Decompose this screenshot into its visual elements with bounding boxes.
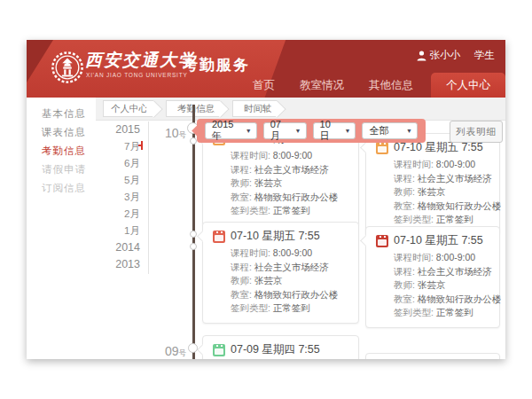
field-label: 签到类型: [231,302,273,313]
nav-item-personal-center[interactable]: 个人中心 [431,73,505,98]
attendance-card: 07-10 星期五 7:55 课程时间: 8:00-9:00课程: 社会主义市场… [365,133,500,235]
field-value: 社会主义市场经济 [254,262,329,272]
day-suffix: 号 [179,348,187,357]
field-label: 课程时间: [231,247,273,258]
nav-item-home[interactable]: 首页 [240,73,287,98]
card-field: 教室: 格物致知行政办公楼 [213,191,350,205]
chevron-down-icon: ▼ [246,128,252,134]
category-select-value: 全部 [369,124,388,137]
month-select[interactable]: 07月 ▼ [263,122,307,139]
timeline-nav-5月[interactable]: 5月 [101,174,140,187]
app-header: 西安交通大学 XI'AN JIAO TONG UNIVERSITY 考勤服务 张… [27,40,505,98]
card-field: 签到类型: 正常签到 [376,213,491,227]
field-label: 教室: [394,200,418,211]
field-label: 教室: [231,192,254,202]
field-value: 正常签到 [273,205,310,215]
person-icon [417,51,426,61]
user-info[interactable]: 张小小 学生 [417,49,496,62]
timeline-nav-1月[interactable]: 1月 [101,224,140,238]
field-value: 8:00-9:00 [436,159,475,169]
card-field: 课程时间: 8:00-9:00 [213,149,350,163]
calendar-icon [376,142,388,154]
field-label: 教室: [394,293,418,304]
sidebar-item-schedule-info[interactable]: 课表信息 [42,126,98,139]
card-field: 教师: 张芸京 [376,185,491,200]
current-month-marker [141,141,143,150]
field-value: 正常签到 [436,214,473,224]
field-label: 教师: [394,279,418,290]
nav-item-other-info[interactable]: 其他信息 [356,73,426,98]
field-value: 格物致知行政办公楼 [418,200,502,211]
day-select-value: 10日 [320,119,340,143]
university-name-cn: 西安交通大学 [85,49,197,72]
sidebar-item-leave-request[interactable]: 请假申请 [42,163,98,176]
sidebar-item-subscription-info[interactable]: 订阅信息 [42,182,98,195]
timeline-node [190,243,197,250]
field-value: 社会主义市场经济 [254,164,329,175]
university-logo-icon [51,51,84,84]
filter-bar: 2015年 ▼ 07月 ▼ 10日 ▼ 全部 ▼ [197,119,426,143]
calendar-icon [376,235,388,247]
field-value: 8:00-9:00 [273,150,312,160]
sidebar-item-basic-info[interactable]: 基本信息 [42,107,98,121]
chevron-down-icon: ▼ [295,128,301,134]
calendar-icon [213,231,225,243]
field-label: 教师: [394,186,418,197]
field-label: 课程: [231,262,254,272]
timeline-nav-6月[interactable]: 6月 [101,157,140,170]
card-field: 教师: 张芸京 [213,274,350,288]
chevron-down-icon: ▼ [406,128,412,134]
timeline-day-label: 09号 [156,343,186,359]
timeline-nav-2014[interactable]: 2014 [101,241,140,254]
field-label: 课程时间: [394,252,436,262]
timeline-nav-2月[interactable]: 2月 [101,207,140,221]
field-value: 张芸京 [418,279,446,290]
field-value: 社会主义市场经济 [418,173,492,184]
day-select[interactable]: 10日 ▼ [313,122,356,139]
user-name: 张小小 [430,49,461,62]
breadcrumb-timeline[interactable]: 时间轴 [232,100,278,117]
timeline-nav-3月[interactable]: 3月 [101,191,140,204]
field-label: 课程: [394,173,418,184]
card-field: 教室: 格物致知行政办公楼 [376,200,491,214]
timeline-nav-divider [148,121,149,274]
field-label: 签到类型: [394,214,436,224]
card-title: 07-09 星期四 7:55 [231,342,320,357]
month-select-value: 07月 [270,119,291,143]
card-field: 课程: 社会主义市场经济 [376,172,491,186]
timeline-node [190,137,197,145]
attendance-card: 07-09 星期四 7:55 课程时间: 8:00-9:00课程: 社会主义市场… [202,335,359,359]
card-title: 07-10 星期五 7:55 [231,229,320,244]
card-field: 教室: 格物致知行政办公楼 [213,288,350,302]
card-field: 教师: 张芸京 [376,278,491,293]
field-value: 正常签到 [436,307,473,317]
year-select[interactable]: 2015年 ▼ [205,122,257,139]
field-value: 格物致知行政办公楼 [418,293,502,304]
breadcrumb-personal-center[interactable]: 个人中心 [103,100,153,117]
field-value: 张芸京 [254,275,283,286]
field-label: 签到类型: [231,205,273,215]
timeline-nav-2015[interactable]: 2015 [101,123,140,136]
timeline-nav-7月[interactable]: 7月 [101,140,140,153]
page: 西安交通大学 XI'AN JIAO TONG UNIVERSITY 考勤服务 张… [0,0,532,399]
card-title: 07-10 星期五 7:55 [394,233,483,248]
card-field: 课程时间: 8:00-9:00 [376,158,491,172]
list-detail-button[interactable]: 列表明细 [450,121,503,143]
field-value: 8:00-9:00 [436,252,475,262]
field-value: 格物致知行政办公楼 [254,289,339,300]
field-value: 社会主义市场经济 [418,266,492,277]
timeline-node [190,231,197,238]
timeline-node [188,343,198,353]
card-field: 课程: 社会主义市场经济 [213,261,350,275]
day-number: 10 [165,126,179,140]
user-role: 学生 [474,49,495,62]
card-header: 07-10 星期五 7:55 [376,233,491,248]
sidebar-item-attendance-info[interactable]: 考勤信息 [42,145,98,158]
timeline-nav-2013[interactable]: 2013 [101,258,140,270]
category-select[interactable]: 全部 ▼ [362,122,418,139]
card-field: 课程: 社会主义市场经济 [376,265,491,279]
nav-item-classroom-status[interactable]: 教室情况 [287,73,356,98]
card-field: 签到类型: 正常签到 [376,306,491,320]
attendance-card: 07-10 星期五 7:55 课程时间: 8:00-9:00课程: 社会主义市场… [202,222,359,324]
field-value: 格物致知行政办公楼 [254,192,339,202]
